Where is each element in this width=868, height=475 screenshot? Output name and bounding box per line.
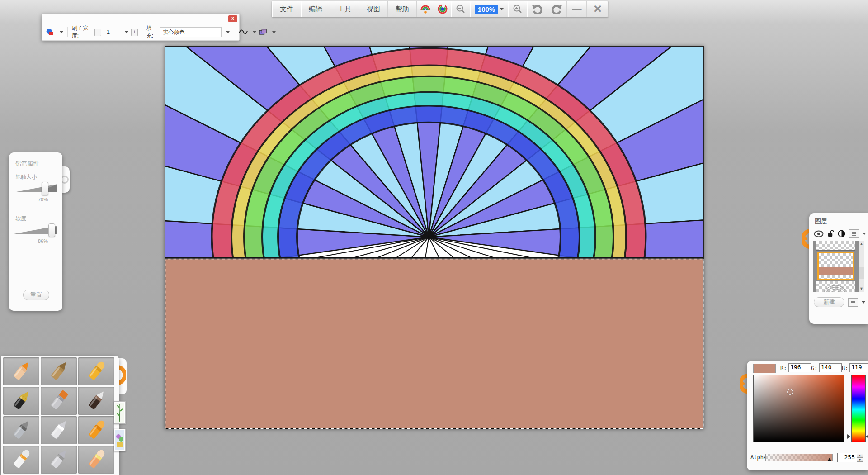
brush-width-dropdown-caret[interactable] xyxy=(125,31,128,33)
menu-edit-label: 编辑 xyxy=(309,5,322,14)
brush-library-panel xyxy=(1,356,119,475)
tool-paint-roller[interactable] xyxy=(78,416,114,444)
softness-slider[interactable] xyxy=(14,223,57,237)
tool-crayon[interactable] xyxy=(78,357,114,385)
brush-width-value[interactable]: 1 xyxy=(104,29,120,35)
layer-blend-icon[interactable] xyxy=(838,230,845,238)
layer-lock-icon[interactable] xyxy=(827,230,834,238)
tool-pencil[interactable] xyxy=(3,357,39,385)
tool-dip-pen[interactable] xyxy=(41,446,77,474)
tool-wood-stick[interactable] xyxy=(41,357,77,385)
tool-ink-brush[interactable] xyxy=(78,387,114,415)
brush-width-decrease-button[interactable]: − xyxy=(94,28,101,36)
menu-view-label: 视图 xyxy=(367,5,380,14)
tool-fountain-pen[interactable] xyxy=(3,387,39,415)
layers-blend-icon[interactable] xyxy=(259,28,268,36)
current-color-swatch xyxy=(753,364,776,373)
redo-button[interactable] xyxy=(547,1,567,17)
layer-list-options-button[interactable] xyxy=(848,298,858,307)
tool-airbrush[interactable] xyxy=(3,416,39,444)
brush-toolbar-close-button[interactable]: x xyxy=(228,15,237,22)
brush-size-slider[interactable] xyxy=(14,181,57,195)
blue-input[interactable]: 119 xyxy=(849,363,868,372)
menu-tools[interactable]: 工具 xyxy=(330,1,359,17)
undo-button[interactable] xyxy=(527,1,547,17)
pencil-properties-panel: 铅笔属性 笔触大小 70% 软度 86% 重置 xyxy=(9,152,62,311)
main-toolbar: 文件 编辑 工具 视图 帮助 xyxy=(272,1,609,17)
hue-slider[interactable] xyxy=(851,375,866,442)
layer-list-options-caret[interactable] xyxy=(862,301,865,304)
hue-marker-left-icon[interactable] xyxy=(847,434,850,439)
tool-paint-tube[interactable] xyxy=(3,446,39,474)
saturation-value-picker[interactable] xyxy=(753,375,844,442)
menu-edit[interactable]: 编辑 xyxy=(301,1,330,17)
menu-tools-label: 工具 xyxy=(338,5,351,14)
alpha-marker-icon[interactable] xyxy=(827,458,832,461)
shapes-icon[interactable] xyxy=(46,28,55,37)
zoom-in-button[interactable] xyxy=(508,1,527,17)
menu-file[interactable]: 文件 xyxy=(272,1,301,17)
layer-item-selected[interactable] xyxy=(817,252,854,280)
drawing-canvas[interactable] xyxy=(165,46,704,429)
shapes-dropdown-caret[interactable] xyxy=(60,31,63,33)
layers-panel-title: 图层 xyxy=(815,218,827,226)
app-window: 文件 编辑 工具 视图 帮助 xyxy=(0,0,868,475)
picture-thumbnail-icon xyxy=(115,430,124,450)
rainbow-face-icon[interactable] xyxy=(417,1,434,17)
scroll-up-icon[interactable]: ▲ xyxy=(859,241,864,247)
hue-marker-right-icon[interactable] xyxy=(866,434,868,439)
layer-item-rainbow[interactable] xyxy=(816,281,855,292)
layer-menu-button[interactable] xyxy=(849,229,859,238)
red-input[interactable]: 196 xyxy=(788,363,811,372)
scroll-down-icon[interactable]: ▼ xyxy=(859,286,864,292)
zoom-dropdown-caret[interactable] xyxy=(500,8,504,10)
alpha-label: Alpha xyxy=(750,454,767,461)
reference-thumbnail-picture[interactable] xyxy=(114,429,126,451)
alpha-value-input[interactable]: 255 xyxy=(837,453,857,462)
sv-cursor-icon[interactable] xyxy=(787,389,793,395)
zoom-level-field[interactable]: 100% xyxy=(475,5,498,14)
curve-dropdown-caret[interactable] xyxy=(253,31,256,33)
divider xyxy=(234,27,234,37)
tool-palette-knife[interactable] xyxy=(41,416,77,444)
layers-blend-dropdown-caret[interactable] xyxy=(272,31,276,33)
layer-item-top[interactable] xyxy=(816,241,855,251)
alpha-decrement-button[interactable]: ▼ xyxy=(857,457,863,462)
green-input[interactable]: 140 xyxy=(819,363,842,372)
brush-width-increase-button[interactable]: + xyxy=(131,28,138,36)
zoom-out-icon xyxy=(456,4,466,14)
menu-help[interactable]: 帮助 xyxy=(388,1,417,17)
menu-file-label: 文件 xyxy=(280,5,293,14)
reset-button[interactable]: 重置 xyxy=(23,290,49,300)
softness-slider-thumb[interactable] xyxy=(48,223,55,237)
zoom-out-button[interactable] xyxy=(451,1,470,17)
brush-width-label: 刷子宽度: xyxy=(72,24,92,40)
red-label: R: xyxy=(780,365,787,371)
brush-size-slider-thumb[interactable] xyxy=(42,182,48,195)
brush-size-label: 笔触大小 xyxy=(15,173,37,181)
tool-eraser[interactable] xyxy=(78,446,114,474)
layer-visibility-eye-icon[interactable] xyxy=(814,230,824,238)
close-button[interactable]: ✕ xyxy=(587,1,608,17)
minimize-icon: — xyxy=(572,4,582,14)
alpha-slider[interactable] xyxy=(765,454,833,461)
alpha-increment-button[interactable]: ▲ xyxy=(857,453,863,457)
layer-menu-caret[interactable] xyxy=(863,233,866,235)
fill-dropdown-caret[interactable] xyxy=(226,31,230,33)
fill-mode-select[interactable]: 实心颜色 xyxy=(160,27,222,37)
minimize-button[interactable]: — xyxy=(567,1,587,17)
menu-view[interactable]: 视图 xyxy=(359,1,388,17)
softness-value: 86% xyxy=(38,238,48,244)
tool-flat-brush[interactable] xyxy=(41,387,77,415)
new-layer-button[interactable]: 新建 xyxy=(814,297,844,307)
rainbow-spiral-icon[interactable] xyxy=(434,1,451,17)
close-icon: ✕ xyxy=(593,3,602,15)
alpha-spinner: ▲ ▼ xyxy=(857,453,863,462)
reference-thumbnail-plant[interactable] xyxy=(114,401,126,424)
curve-smoothing-icon[interactable] xyxy=(238,28,248,36)
scrollbar-thumb[interactable] xyxy=(859,267,864,279)
brush-size-slider-track xyxy=(14,181,57,195)
zoom-in-icon xyxy=(513,4,523,14)
color-picker-panel: R: 196 G: 140 B: 119 Alpha 255 ▲ ▼ xyxy=(747,361,868,470)
layer-list-scrollbar[interactable]: ▲ ▼ xyxy=(859,241,864,292)
